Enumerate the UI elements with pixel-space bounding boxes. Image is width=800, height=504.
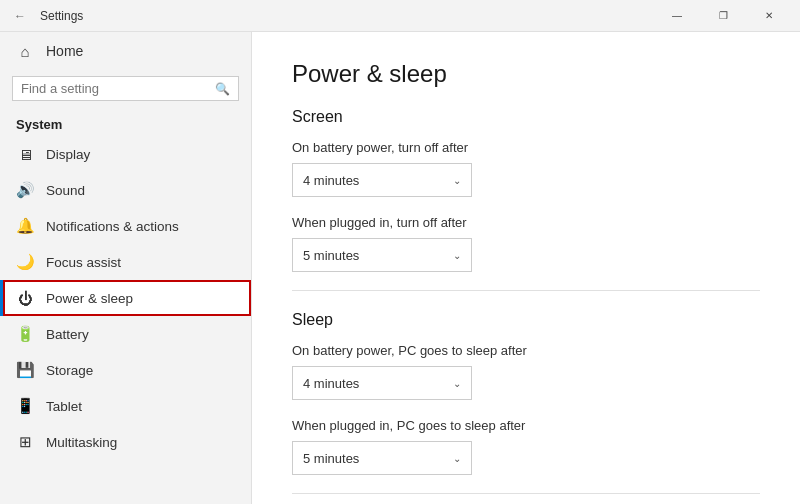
power-icon: ⏻ (16, 289, 34, 307)
sidebar-item-tablet[interactable]: 📱 Tablet (0, 388, 251, 424)
sleep-plugged-label: When plugged in, PC goes to sleep after (292, 418, 760, 433)
screen-battery-label: On battery power, turn off after (292, 140, 760, 155)
sidebar-item-battery[interactable]: 🔋 Battery (0, 316, 251, 352)
multitasking-icon: ⊞ (16, 433, 34, 451)
sleep-battery-value: 4 minutes (303, 376, 359, 391)
sidebar-item-label: Focus assist (46, 255, 121, 270)
focus-icon: 🌙 (16, 253, 34, 271)
sidebar-item-power[interactable]: ⏻ Power & sleep (0, 280, 251, 316)
window-controls: — ❐ ✕ (654, 0, 792, 32)
search-input[interactable] (21, 81, 209, 96)
sidebar: ⌂ Home 🔍 System 🖥 Display 🔊 Sound 🔔 Noti… (0, 32, 252, 504)
title-bar: ← Settings — ❐ ✕ (0, 0, 800, 32)
sidebar-item-notifications[interactable]: 🔔 Notifications & actions (0, 208, 251, 244)
sidebar-item-focus[interactable]: 🌙 Focus assist (0, 244, 251, 280)
home-icon: ⌂ (16, 42, 34, 60)
screen-battery-arrow: ⌄ (453, 175, 461, 186)
screen-battery-dropdown[interactable]: 4 minutes ⌄ (292, 163, 472, 197)
screen-section-title: Screen (292, 108, 760, 126)
back-button[interactable]: ← (8, 4, 32, 28)
screen-sleep-divider (292, 290, 760, 291)
sidebar-item-home[interactable]: ⌂ Home (0, 32, 251, 70)
sidebar-item-label: Notifications & actions (46, 219, 179, 234)
search-box: 🔍 (12, 76, 239, 101)
sleep-plugged-arrow: ⌄ (453, 453, 461, 464)
close-button[interactable]: ✕ (746, 0, 792, 32)
sidebar-section-title: System (0, 111, 251, 136)
search-icon: 🔍 (215, 82, 230, 96)
sleep-plugged-dropdown[interactable]: 5 minutes ⌄ (292, 441, 472, 475)
screen-plugged-dropdown[interactable]: 5 minutes ⌄ (292, 238, 472, 272)
sidebar-item-display[interactable]: 🖥 Display (0, 136, 251, 172)
screen-plugged-label: When plugged in, turn off after (292, 215, 760, 230)
sidebar-item-label: Sound (46, 183, 85, 198)
screen-battery-value: 4 minutes (303, 173, 359, 188)
sidebar-item-storage[interactable]: 💾 Storage (0, 352, 251, 388)
notifications-icon: 🔔 (16, 217, 34, 235)
page-title: Power & sleep (292, 60, 760, 88)
sound-icon: 🔊 (16, 181, 34, 199)
screen-plugged-value: 5 minutes (303, 248, 359, 263)
title-bar-controls: ← (8, 4, 32, 28)
minimize-button[interactable]: — (654, 0, 700, 32)
content-area: Power & sleep Screen On battery power, t… (252, 32, 800, 504)
sleep-section: Sleep On battery power, PC goes to sleep… (292, 311, 760, 475)
storage-icon: 💾 (16, 361, 34, 379)
sleep-section-title: Sleep (292, 311, 760, 329)
screen-section: Screen On battery power, turn off after … (292, 108, 760, 272)
battery-icon: 🔋 (16, 325, 34, 343)
sidebar-item-label: Display (46, 147, 90, 162)
display-icon: 🖥 (16, 145, 34, 163)
app-body: ⌂ Home 🔍 System 🖥 Display 🔊 Sound 🔔 Noti… (0, 32, 800, 504)
sidebar-item-sound[interactable]: 🔊 Sound (0, 172, 251, 208)
sidebar-item-label: Storage (46, 363, 93, 378)
sleep-battery-dropdown[interactable]: 4 minutes ⌄ (292, 366, 472, 400)
sleep-plugged-value: 5 minutes (303, 451, 359, 466)
sleep-energy-divider (292, 493, 760, 494)
sidebar-item-multitasking[interactable]: ⊞ Multitasking (0, 424, 251, 460)
sleep-battery-arrow: ⌄ (453, 378, 461, 389)
sidebar-home-label: Home (46, 43, 83, 59)
app-title: Settings (40, 9, 654, 23)
sidebar-item-label: Tablet (46, 399, 82, 414)
sleep-battery-label: On battery power, PC goes to sleep after (292, 343, 760, 358)
sidebar-item-label: Multitasking (46, 435, 117, 450)
tablet-icon: 📱 (16, 397, 34, 415)
sidebar-item-label: Power & sleep (46, 291, 133, 306)
sidebar-item-label: Battery (46, 327, 89, 342)
restore-button[interactable]: ❐ (700, 0, 746, 32)
screen-plugged-arrow: ⌄ (453, 250, 461, 261)
